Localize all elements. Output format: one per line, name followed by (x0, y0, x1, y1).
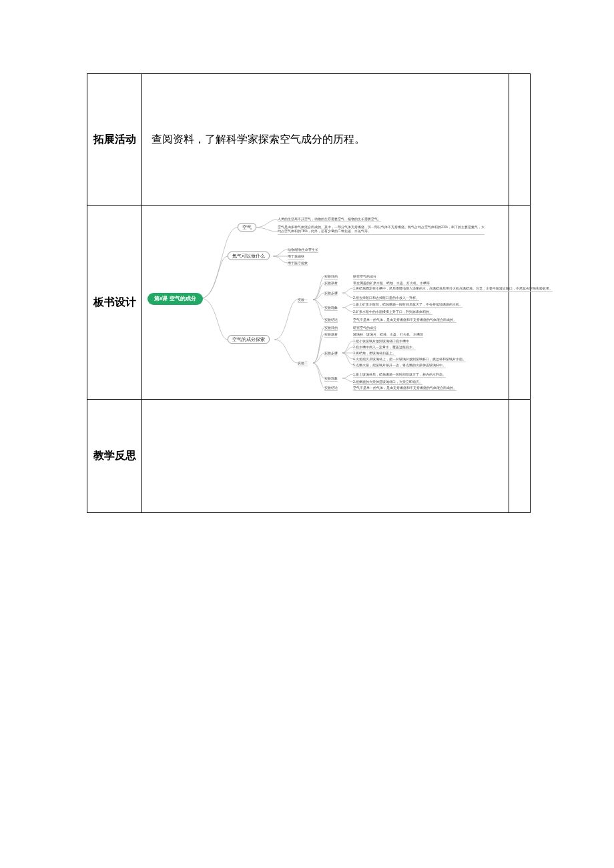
board-label-cell: 板书设计 (87, 206, 142, 400)
branch-air-leaf2: 空气是由多种气体混合而成的。其中，一部分气体支持燃烧，另一部分气体不支持燃烧。氧… (278, 225, 485, 235)
exp1-title: 实验一 (298, 298, 308, 304)
branch-explore: 空气的成分探索 (228, 335, 270, 344)
branch-oxygen-leaf1: 动物/植物生命存生长 (288, 248, 318, 254)
exp2-step-label: 实验步骤 (324, 351, 338, 357)
lesson-table: 拓展活动 查阅资料，了解科学家探索空气成分的历程。 板书设计 (87, 73, 531, 513)
mindmap-diagram: 第6课 空气的成分 空气 人类的生活离不开空气，动物的生存需要空气，植物的生长需… (147, 213, 488, 393)
mindmap-root: 第6课 空气的成分 (147, 293, 203, 305)
exp2-concl-text: 空气不是单一的气体，是由支持燃烧和不支持燃烧的气体混合而成的。 (353, 386, 456, 392)
board-empty-cell (509, 206, 531, 400)
exp2-step5: 5.点燃火柴，把玻璃片移开一边，将点燃的火柴伸进玻璃杯中。 (353, 363, 446, 369)
exp2-mat-text: 玻璃杯、玻璃片、蜡烛、水盘、打火机、水槽等 (353, 332, 423, 338)
reflection-label: 教学反思 (93, 450, 136, 461)
board-label: 板书设计 (93, 296, 136, 308)
extension-label: 拓展活动 (93, 133, 136, 145)
exp1-step-label: 实验步骤 (324, 291, 338, 297)
exp2-phen1: 1.盖上玻璃杯后，蜡烛燃烧一段时间后就灭了，杯内的水升高。 (353, 372, 446, 378)
extension-content: 查阅资料，了解科学家探索空气成分的历程。 (151, 133, 365, 145)
exp2-concl-label: 实验结论 (324, 386, 338, 392)
exp2-step3: 3.将蜡烛，用玻璃杯扣盖上。 (353, 351, 396, 357)
exp1-concl-label: 实验结论 (324, 318, 338, 324)
extension-empty-cell (509, 74, 531, 206)
exp1-mat-label: 实验器材 (324, 281, 338, 287)
exp2-step4: 4.火焰熄灭后玻璃杯上，把一片玻璃片放到玻璃杯口，接过杯和玻璃片水面。 (353, 357, 466, 363)
board-content-cell: 第6课 空气的成分 空气 人类的生活离不开空气，动物的生存需要空气，植物的生长需… (142, 206, 509, 400)
reflection-label-cell: 教学反思 (87, 400, 142, 513)
exp1-step2: 2.把去掉瓶口和去掉瓶口盖的水放入一升杯。 (353, 296, 419, 302)
exp1-aim-text: 研究空气的成分 (353, 274, 376, 280)
extension-content-cell: 查阅资料，了解科学家探索空气成分的历程。 (142, 74, 509, 206)
exp2-step2: 2.在水槽中倒入一定量水，覆盖过瓶底水。 (353, 345, 416, 351)
extension-label-cell: 拓展活动 (87, 74, 142, 206)
exp1-step1: 1.将蜡烛固定在水槽中，然后慢慢地倒入适量的水，点燃蜡烛后用打火机点燃蜡烛。注意… (353, 286, 553, 292)
exp2-phen2: 2.把燃烧的火柴伸进玻璃杯口，火柴立即熄灭。 (353, 380, 422, 386)
exp2-title: 实验二 (298, 361, 308, 367)
exp2-aim-text: 研究空气的成分 (353, 326, 376, 332)
exp2-step1: 1.把小块玻璃片放到玻璃杯口底水槽中 (353, 339, 409, 345)
document-page: 拓展活动 查阅资料，了解科学家探索空气成分的历程。 板书设计 (0, 0, 614, 513)
exp1-phen1: 1.盖上矿泉水瓶后，蜡烛燃烧一段时间后就灭了，不会持续地燃烧的水机。 (353, 302, 463, 308)
branch-air-leaf1: 人类的生活离不开空气，动物的生存需要空气，植物的生长需要空气。 (278, 217, 381, 223)
exp1-phen2: 2.矿泉水瓶中的水面慢慢上升了口，升到原来体积的。 (353, 310, 432, 316)
exp2-mat-label: 实验器材 (324, 332, 338, 338)
branch-air: 空气 (238, 223, 256, 232)
branch-oxygen-leaf3: 用于医疗急救 (288, 261, 308, 267)
branch-oxygen: 氧气可以做什么 (228, 252, 270, 260)
reflection-content-cell (142, 400, 509, 513)
exp1-phen-label: 实验现象 (324, 306, 338, 312)
branch-oxygen-leaf2: 用于炼钢铁 (288, 254, 304, 260)
reflection-empty-cell (509, 400, 531, 513)
exp1-concl-text: 空气不是单一的气体，是由支持燃烧和不支持燃烧的气体混合而成的。 (353, 318, 456, 324)
exp2-phen-label: 实验现象 (324, 376, 338, 382)
exp2-aim-label: 实验目的 (324, 326, 338, 332)
exp1-aim-label: 实验目的 (324, 274, 338, 280)
